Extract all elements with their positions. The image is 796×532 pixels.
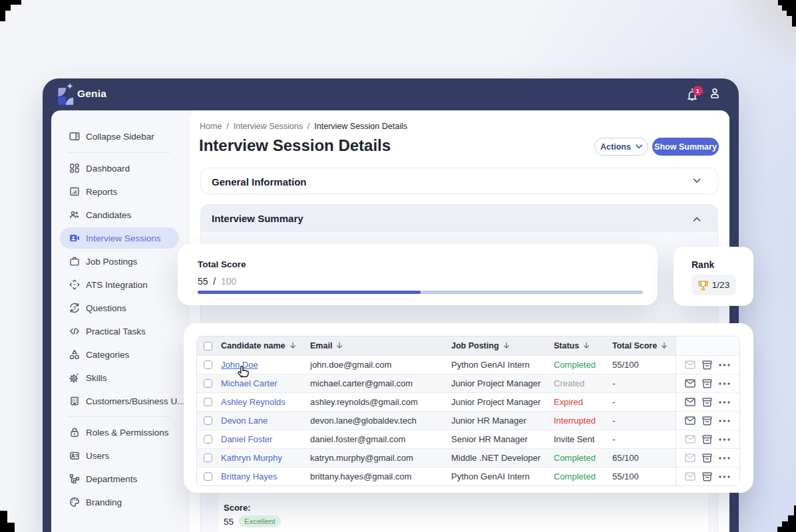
svg-text:?: ?	[73, 305, 77, 311]
